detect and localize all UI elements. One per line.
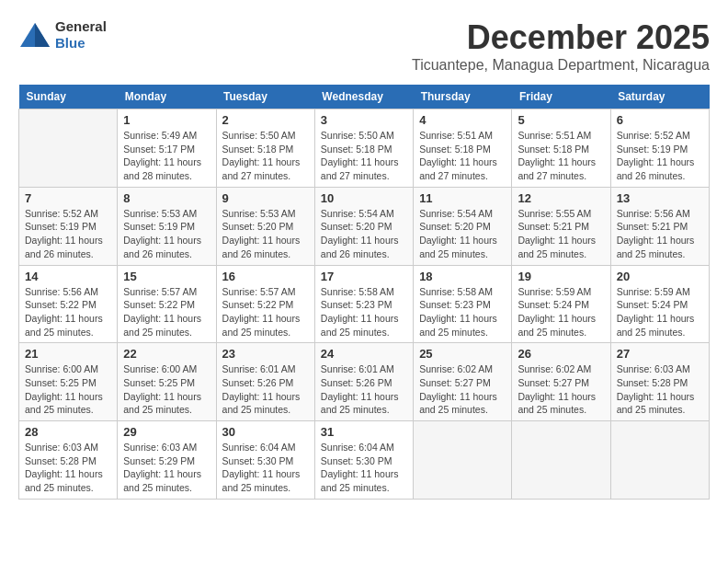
day-number: 24 xyxy=(321,347,407,361)
day-info: Sunrise: 5:50 AMSunset: 5:18 PMDaylight:… xyxy=(321,129,407,183)
day-info: Sunrise: 6:01 AMSunset: 5:26 PMDaylight:… xyxy=(321,362,407,417)
logo-icon xyxy=(18,21,51,49)
day-number: 25 xyxy=(419,347,506,361)
svg-marker-1 xyxy=(35,23,50,47)
calendar-day-cell: 12Sunrise: 5:55 AMSunset: 5:21 PMDayligh… xyxy=(512,187,610,265)
calendar-day-cell: 2Sunrise: 5:50 AMSunset: 5:18 PMDaylight… xyxy=(216,109,314,188)
day-info: Sunrise: 5:57 AMSunset: 5:22 PMDaylight:… xyxy=(123,285,210,339)
day-number: 31 xyxy=(321,425,407,439)
calendar-week-row: 14Sunrise: 5:56 AMSunset: 5:22 PMDayligh… xyxy=(19,265,710,343)
calendar-day-cell: 21Sunrise: 6:00 AMSunset: 5:25 PMDayligh… xyxy=(19,343,118,421)
logo-blue: Blue xyxy=(55,35,85,51)
day-number: 14 xyxy=(25,270,111,283)
day-info: Sunrise: 5:59 AMSunset: 5:24 PMDaylight:… xyxy=(518,285,604,339)
calendar-table: SundayMondayTuesdayWednesdayThursdayFrid… xyxy=(18,85,710,500)
day-number: 9 xyxy=(222,191,309,205)
day-number: 15 xyxy=(123,270,210,283)
day-info: Sunrise: 5:57 AMSunset: 5:22 PMDaylight:… xyxy=(222,285,309,339)
weekday-header-cell: Saturday xyxy=(610,85,709,109)
day-number: 12 xyxy=(518,191,604,205)
day-number: 16 xyxy=(222,270,309,283)
day-number: 8 xyxy=(123,191,210,205)
weekday-header-cell: Thursday xyxy=(414,85,512,109)
day-info: Sunrise: 6:03 AMSunset: 5:28 PMDaylight:… xyxy=(25,441,111,495)
weekday-header-cell: Tuesday xyxy=(216,85,314,109)
day-info: Sunrise: 6:00 AMSunset: 5:25 PMDaylight:… xyxy=(25,362,111,417)
day-number: 11 xyxy=(419,191,506,205)
day-number: 21 xyxy=(25,347,111,361)
day-info: Sunrise: 5:54 AMSunset: 5:20 PMDaylight:… xyxy=(321,207,407,261)
day-info: Sunrise: 5:52 AMSunset: 5:19 PMDaylight:… xyxy=(25,207,111,261)
calendar-day-cell: 7Sunrise: 5:52 AMSunset: 5:19 PMDaylight… xyxy=(19,187,118,265)
day-info: Sunrise: 6:00 AMSunset: 5:25 PMDaylight:… xyxy=(123,362,210,417)
calendar-day-cell: 13Sunrise: 5:56 AMSunset: 5:21 PMDayligh… xyxy=(610,187,709,265)
day-info: Sunrise: 5:51 AMSunset: 5:18 PMDaylight:… xyxy=(518,129,604,183)
day-info: Sunrise: 5:51 AMSunset: 5:18 PMDaylight:… xyxy=(419,129,506,183)
calendar-day-cell: 20Sunrise: 5:59 AMSunset: 5:24 PMDayligh… xyxy=(610,265,709,343)
calendar-week-row: 28Sunrise: 6:03 AMSunset: 5:28 PMDayligh… xyxy=(19,421,710,500)
calendar-day-cell: 19Sunrise: 5:59 AMSunset: 5:24 PMDayligh… xyxy=(512,265,610,343)
day-info: Sunrise: 5:58 AMSunset: 5:23 PMDaylight:… xyxy=(321,285,407,339)
weekday-header-row: SundayMondayTuesdayWednesdayThursdayFrid… xyxy=(19,85,710,109)
day-number: 3 xyxy=(321,113,407,127)
day-number: 28 xyxy=(25,425,111,439)
day-number: 10 xyxy=(321,191,407,205)
day-number: 1 xyxy=(123,113,210,127)
calendar-day-cell: 5Sunrise: 5:51 AMSunset: 5:18 PMDaylight… xyxy=(512,109,610,188)
day-number: 22 xyxy=(123,347,210,361)
day-number: 4 xyxy=(419,113,506,127)
location-title: Ticuantepe, Managua Department, Nicaragu… xyxy=(412,57,710,74)
calendar-day-cell: 29Sunrise: 6:03 AMSunset: 5:29 PMDayligh… xyxy=(118,421,216,500)
day-number: 19 xyxy=(518,270,604,283)
day-number: 20 xyxy=(617,270,703,283)
day-number: 27 xyxy=(617,347,703,361)
calendar-day-cell: 4Sunrise: 5:51 AMSunset: 5:18 PMDaylight… xyxy=(414,109,512,188)
day-number: 13 xyxy=(617,191,703,205)
calendar-week-row: 1Sunrise: 5:49 AMSunset: 5:17 PMDaylight… xyxy=(19,109,710,188)
weekday-header-cell: Sunday xyxy=(19,85,118,109)
day-info: Sunrise: 5:55 AMSunset: 5:21 PMDaylight:… xyxy=(518,207,604,261)
day-info: Sunrise: 5:53 AMSunset: 5:20 PMDaylight:… xyxy=(222,207,309,261)
day-info: Sunrise: 6:04 AMSunset: 5:30 PMDaylight:… xyxy=(222,441,309,495)
calendar-day-cell xyxy=(610,421,709,500)
page-header: General Blue December 2025 Ticuantepe, M… xyxy=(18,18,710,74)
calendar-week-row: 21Sunrise: 6:00 AMSunset: 5:25 PMDayligh… xyxy=(19,343,710,421)
day-info: Sunrise: 5:49 AMSunset: 5:17 PMDaylight:… xyxy=(123,129,210,183)
calendar-day-cell: 24Sunrise: 6:01 AMSunset: 5:26 PMDayligh… xyxy=(314,343,413,421)
calendar-day-cell: 16Sunrise: 5:57 AMSunset: 5:22 PMDayligh… xyxy=(216,265,314,343)
day-info: Sunrise: 5:56 AMSunset: 5:22 PMDaylight:… xyxy=(25,285,111,339)
day-number: 2 xyxy=(222,113,309,127)
day-info: Sunrise: 5:52 AMSunset: 5:19 PMDaylight:… xyxy=(617,129,703,183)
day-info: Sunrise: 6:03 AMSunset: 5:29 PMDaylight:… xyxy=(123,441,210,495)
weekday-header-cell: Monday xyxy=(118,85,216,109)
calendar-day-cell: 1Sunrise: 5:49 AMSunset: 5:17 PMDaylight… xyxy=(118,109,216,188)
day-info: Sunrise: 5:58 AMSunset: 5:23 PMDaylight:… xyxy=(419,285,506,339)
calendar-day-cell: 28Sunrise: 6:03 AMSunset: 5:28 PMDayligh… xyxy=(19,421,118,500)
day-number: 26 xyxy=(518,347,604,361)
day-number: 17 xyxy=(321,270,407,283)
month-title: December 2025 xyxy=(412,18,710,57)
calendar-body: 1Sunrise: 5:49 AMSunset: 5:17 PMDaylight… xyxy=(19,109,710,500)
day-number: 23 xyxy=(222,347,309,361)
day-number: 6 xyxy=(617,113,703,127)
day-info: Sunrise: 6:02 AMSunset: 5:27 PMDaylight:… xyxy=(419,362,506,417)
calendar-day-cell xyxy=(414,421,512,500)
header-right: December 2025 Ticuantepe, Managua Depart… xyxy=(412,18,710,74)
calendar-week-row: 7Sunrise: 5:52 AMSunset: 5:19 PMDaylight… xyxy=(19,187,710,265)
logo-general: General xyxy=(55,18,107,34)
day-number: 30 xyxy=(222,425,309,439)
day-number: 18 xyxy=(419,270,506,283)
logo: General Blue xyxy=(18,18,107,52)
weekday-header-cell: Friday xyxy=(512,85,610,109)
calendar-day-cell: 30Sunrise: 6:04 AMSunset: 5:30 PMDayligh… xyxy=(216,421,314,500)
calendar-day-cell xyxy=(512,421,610,500)
day-number: 29 xyxy=(123,425,210,439)
calendar-day-cell xyxy=(19,109,118,188)
day-info: Sunrise: 5:53 AMSunset: 5:19 PMDaylight:… xyxy=(123,207,210,261)
day-info: Sunrise: 5:50 AMSunset: 5:18 PMDaylight:… xyxy=(222,129,309,183)
day-info: Sunrise: 5:54 AMSunset: 5:20 PMDaylight:… xyxy=(419,207,506,261)
calendar-day-cell: 17Sunrise: 5:58 AMSunset: 5:23 PMDayligh… xyxy=(314,265,413,343)
day-info: Sunrise: 6:01 AMSunset: 5:26 PMDaylight:… xyxy=(222,362,309,417)
calendar-day-cell: 14Sunrise: 5:56 AMSunset: 5:22 PMDayligh… xyxy=(19,265,118,343)
calendar-day-cell: 6Sunrise: 5:52 AMSunset: 5:19 PMDaylight… xyxy=(610,109,709,188)
